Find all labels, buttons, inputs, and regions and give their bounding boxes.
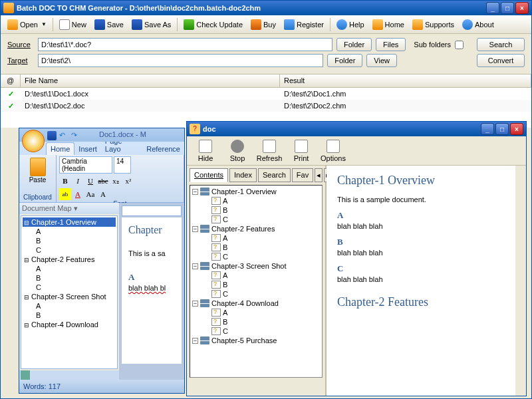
- tree-topic[interactable]: A: [192, 196, 321, 205]
- docmap-section[interactable]: C: [23, 245, 116, 255]
- resize-grip[interactable]: [515, 385, 525, 394]
- maximize-button[interactable]: □: [501, 2, 514, 14]
- tab-contents[interactable]: Contents: [190, 168, 228, 182]
- tree-topic[interactable]: B: [192, 280, 321, 289]
- collapse-icon[interactable]: −: [192, 226, 198, 232]
- tab-favorites[interactable]: Fav: [292, 168, 313, 182]
- options-button[interactable]: Options: [317, 140, 349, 162]
- chm-minimize-button[interactable]: _: [481, 123, 494, 135]
- font-size-combo[interactable]: 14: [114, 156, 131, 174]
- word-document-area[interactable]: Chapter This is a sa A blah blah bl: [122, 217, 182, 364]
- tab-search[interactable]: Search: [258, 168, 291, 182]
- collapse-icon[interactable]: −: [192, 338, 198, 344]
- docmap-chapter[interactable]: ⊟ Chapter-2 Features: [23, 255, 116, 264]
- col-status[interactable]: @: [1, 74, 21, 87]
- target-input[interactable]: [38, 54, 323, 67]
- help-button[interactable]: Help: [332, 18, 368, 31]
- close-button[interactable]: ×: [515, 2, 529, 14]
- font-color-button[interactable]: A: [72, 188, 84, 200]
- tree-chapter[interactable]: −Chapter-5 Purchase: [192, 336, 321, 345]
- search-button[interactable]: Search: [477, 38, 525, 51]
- convert-button[interactable]: Convert: [477, 54, 525, 67]
- minimize-button[interactable]: _: [486, 2, 499, 14]
- italic-button[interactable]: I: [72, 175, 84, 187]
- undo-icon[interactable]: ↶: [59, 131, 68, 140]
- docmap-chapter[interactable]: ⊟ Chapter-3 Screen Shot: [23, 292, 116, 301]
- tree-topic[interactable]: C: [192, 215, 321, 224]
- scroll-left-icon[interactable]: [21, 370, 30, 380]
- tab-references[interactable]: Reference: [142, 143, 184, 155]
- open-button[interactable]: Open▼: [3, 18, 51, 31]
- home-button[interactable]: Home: [368, 18, 408, 31]
- redo-icon[interactable]: ↷: [71, 131, 80, 140]
- docmap-chapter[interactable]: ⊟ Chapter-4 Download: [23, 320, 116, 329]
- save-button[interactable]: Save: [90, 18, 128, 31]
- tree-topic[interactable]: B: [192, 317, 321, 327]
- print-button[interactable]: Print: [285, 140, 317, 162]
- docmap-header[interactable]: Document Map ▾: [19, 203, 119, 214]
- word-count[interactable]: Words: 117: [23, 382, 61, 390]
- about-button[interactable]: About: [458, 18, 498, 31]
- tree-topic[interactable]: C: [192, 327, 321, 336]
- tab-scroll-left[interactable]: ◂: [315, 168, 323, 182]
- chm-maximize-button[interactable]: □: [495, 123, 509, 135]
- docmap-chapter[interactable]: ⊟ Chapter-1 Overview: [23, 217, 116, 227]
- hide-button[interactable]: Hide: [190, 140, 221, 162]
- docmap-section[interactable]: B: [23, 311, 116, 320]
- docmap-section[interactable]: A: [23, 264, 116, 273]
- grow-font-button[interactable]: A: [97, 188, 109, 200]
- font-name-combo[interactable]: Cambria (Headin: [59, 156, 112, 174]
- tree-topic[interactable]: C: [192, 289, 321, 299]
- source-input[interactable]: [38, 38, 332, 51]
- tab-home[interactable]: Home: [46, 142, 74, 155]
- subscript-button[interactable]: x₂: [110, 175, 122, 187]
- change-case-button[interactable]: Aa: [84, 188, 96, 200]
- new-button[interactable]: New: [55, 18, 90, 31]
- collapse-icon[interactable]: −: [192, 189, 198, 195]
- docmap-section[interactable]: A: [23, 227, 116, 236]
- target-view-button[interactable]: View: [366, 54, 397, 67]
- tree-topic[interactable]: A: [192, 271, 321, 280]
- tree-topic[interactable]: B: [192, 243, 321, 252]
- docmap-section[interactable]: C: [23, 283, 116, 292]
- collapse-icon[interactable]: −: [192, 263, 198, 269]
- docmap-section[interactable]: A: [23, 301, 116, 311]
- table-row[interactable]: ✓ D:\test\1\Doc1.docx D:\test\2\Doc1.chm: [1, 88, 531, 100]
- office-button[interactable]: [22, 130, 45, 152]
- table-row[interactable]: ✓ D:\test\1\Doc2.doc D:\test\2\Doc2.chm: [1, 100, 531, 112]
- paste-button[interactable]: Paste: [22, 156, 53, 185]
- check-update-button[interactable]: Check Update: [180, 18, 247, 31]
- docmap-section[interactable]: B: [23, 236, 116, 245]
- tab-index[interactable]: Index: [229, 168, 257, 182]
- supports-button[interactable]: Supports: [408, 18, 458, 31]
- docmap-section[interactable]: B: [23, 273, 116, 283]
- chm-content-pane[interactable]: Chapter-1 Overview This is a sample docu…: [327, 166, 526, 396]
- stop-button[interactable]: Stop: [221, 140, 253, 162]
- subfolders-checkbox[interactable]: [455, 41, 464, 49]
- source-folder-button[interactable]: Folder: [336, 38, 372, 51]
- tree-chapter[interactable]: −Chapter-3 Screen Shot: [192, 261, 321, 271]
- tree-topic[interactable]: A: [192, 233, 321, 243]
- tree-chapter[interactable]: −Chapter-1 Overview: [192, 187, 321, 196]
- target-folder-button[interactable]: Folder: [327, 54, 362, 67]
- tree-chapter[interactable]: −Chapter-4 Download: [192, 299, 321, 308]
- tree-chapter[interactable]: −Chapter-2 Features: [192, 224, 321, 233]
- chm-contents-tree[interactable]: −Chapter-1 OverviewABC−Chapter-2 Feature…: [190, 185, 323, 378]
- register-button[interactable]: Register: [280, 18, 328, 31]
- tab-insert[interactable]: Insert: [74, 143, 101, 155]
- saveas-button[interactable]: Save As: [128, 18, 175, 31]
- underline-button[interactable]: U: [84, 175, 96, 187]
- col-result[interactable]: Result: [280, 74, 531, 87]
- collapse-icon[interactable]: −: [192, 301, 198, 307]
- ruler[interactable]: [122, 205, 182, 216]
- save-icon[interactable]: [47, 131, 57, 140]
- refresh-button[interactable]: Refresh: [253, 140, 285, 162]
- col-filename[interactable]: File Name: [21, 74, 280, 87]
- tree-topic[interactable]: B: [192, 205, 321, 215]
- tree-topic[interactable]: C: [192, 252, 321, 261]
- buy-button[interactable]: Buy: [247, 18, 280, 31]
- superscript-button[interactable]: x²: [122, 175, 134, 187]
- source-files-button[interactable]: Files: [376, 38, 406, 51]
- highlight-button[interactable]: ab: [59, 188, 71, 200]
- chm-close-button[interactable]: ×: [510, 123, 523, 135]
